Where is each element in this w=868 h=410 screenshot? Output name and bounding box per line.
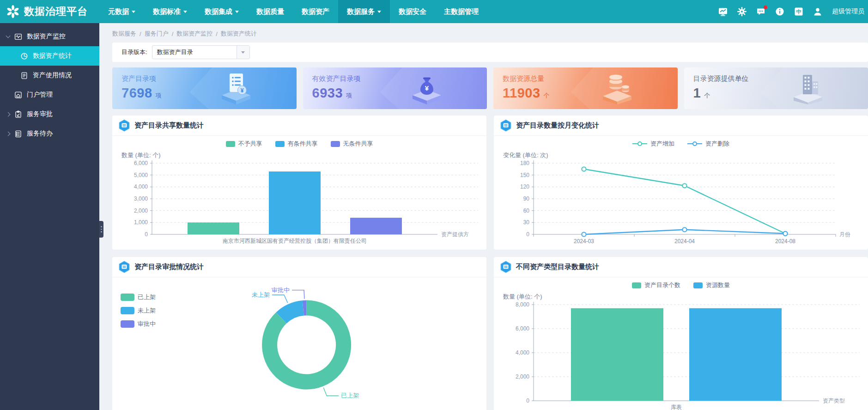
svg-text:南京市河西新城区国有资产经营控股（集团）有限责任公司: 南京市河西新城区国有资产经营控股（集团）有限责任公司 <box>223 238 367 244</box>
stat-card-value: 1 <box>693 86 701 100</box>
stat-card-title: 目录资源提供单位 <box>693 74 859 83</box>
breadcrumb-item[interactable]: 服务门户 <box>145 30 169 38</box>
svg-text:2024-03: 2024-03 <box>574 238 594 245</box>
nav-item-integration[interactable]: 数据集成 <box>196 0 248 23</box>
hexagon-box-icon <box>500 261 511 273</box>
svg-text:5,000: 5,000 <box>134 172 148 178</box>
svg-text:120: 120 <box>520 184 529 190</box>
svg-text:月份: 月份 <box>839 231 850 238</box>
svg-text:4,000: 4,000 <box>134 184 148 190</box>
chevron-right-icon <box>6 131 11 136</box>
approval-clipboard-icon <box>14 110 22 118</box>
breadcrumb-item[interactable]: 数据服务 <box>112 30 136 38</box>
legend-item[interactable]: 资产增加 <box>632 140 674 148</box>
select-caret-icon <box>237 46 249 59</box>
legend-item[interactable]: 已上架 <box>121 293 156 301</box>
nav-item-masterdata[interactable]: 主数据管理 <box>435 0 487 23</box>
nav-item-assets[interactable]: 数据资产 <box>293 0 338 23</box>
svg-text:30: 30 <box>523 219 530 226</box>
svg-text:2,000: 2,000 <box>516 373 529 380</box>
share-count-bar-chart: 不予共享有条件共享无条件共享数量 (单位: 个)01,0002,0003,000… <box>119 138 480 228</box>
stat-card-provider-units[interactable]: 目录资源提供单位 1个 <box>684 67 868 109</box>
breadcrumb-item[interactable]: 数据资产监控 <box>176 30 212 38</box>
stat-card-unit: 个 <box>544 92 550 99</box>
svg-text:0: 0 <box>526 231 529 238</box>
nav-item-security[interactable]: 数据安全 <box>390 0 435 23</box>
svg-text:审批中: 审批中 <box>272 287 290 294</box>
filter-bar: 目录版本: 数据资产目录 <box>112 43 868 62</box>
sidebar-item-label: 服务待办 <box>27 129 53 138</box>
breadcrumb: 数据服务/ 服务门户/ 数据资产监控/ 数据资产统计 <box>112 30 868 38</box>
legend-item[interactable]: 无条件共享 <box>331 140 373 148</box>
coins-stack-icon <box>596 71 638 104</box>
stat-card-valid-catalog-items[interactable]: 有效资产目录项 6933项 ¥ <box>303 67 487 109</box>
stat-card-title: 有效资产目录项 <box>312 74 478 83</box>
legend-item[interactable]: 审批中 <box>121 320 156 328</box>
stat-card-title: 资产目录项 <box>121 74 287 83</box>
sidebar-item-asset-statistics[interactable]: 数据资产统计 <box>0 46 99 66</box>
sidebar-item-asset-monitor[interactable]: 数据资产监控 <box>0 27 99 46</box>
legend-item[interactable]: 有条件共享 <box>275 140 318 148</box>
legend-item[interactable]: 资源数量 <box>693 281 730 289</box>
stat-card-value: 11903 <box>503 86 540 100</box>
legend-item[interactable]: 未上架 <box>121 306 156 315</box>
nav-item-standards[interactable]: 数据标准 <box>144 0 196 23</box>
legend-item[interactable]: 不予共享 <box>226 140 262 148</box>
svg-text:6,000: 6,000 <box>516 325 529 332</box>
sidebar-menu: 数据资产监控 数据资产统计 资产使用情况 门户管理 服务审批 服务待办 <box>0 23 99 410</box>
catalog-version-select[interactable]: 数据资产目录 <box>152 45 250 59</box>
chevron-spacer <box>6 93 10 97</box>
info-icon[interactable] <box>775 7 784 16</box>
svg-text:未上架: 未上架 <box>252 291 270 298</box>
todo-list-icon <box>14 130 22 138</box>
main-content: 数据服务/ 服务门户/ 数据资产监控/ 数据资产统计 目录版本: 数据资产目录 … <box>99 23 868 410</box>
chart-legend: 不予共享有条件共享无条件共享 <box>119 138 480 150</box>
caret-down-icon <box>235 11 239 15</box>
settings-gear-icon[interactable] <box>737 7 747 16</box>
sidebar-item-asset-usage[interactable]: 资产使用情况 <box>0 66 99 85</box>
caret-down-icon <box>132 11 135 15</box>
svg-text:6,000: 6,000 <box>134 160 148 166</box>
legend-item[interactable]: 资产删除 <box>687 140 729 148</box>
svg-text:¥: ¥ <box>241 87 244 94</box>
svg-text:180: 180 <box>520 160 529 166</box>
stat-card-unit: 项 <box>156 92 162 99</box>
legend-item[interactable]: 资产目录个数 <box>632 281 680 289</box>
stat-card-resource-total[interactable]: 数据资源总量 11903个 <box>493 67 678 109</box>
pie-chart-icon <box>20 52 28 60</box>
breadcrumb-item[interactable]: 数据资产统计 <box>221 30 257 38</box>
nav-item-metadata[interactable]: 元数据 <box>99 0 144 23</box>
nav-item-quality[interactable]: 数据质量 <box>248 0 293 23</box>
current-user-name[interactable]: 超级管理员 <box>832 7 864 16</box>
svg-text:8,000: 8,000 <box>516 301 529 308</box>
sidebar-item-service-todo[interactable]: 服务待办 <box>0 124 99 143</box>
user-icon[interactable] <box>813 7 822 16</box>
donut-legend: 已上架未上架审批中 <box>121 293 156 328</box>
svg-text:3,000: 3,000 <box>134 196 148 202</box>
chart-legend: 资产目录个数资源数量 <box>500 279 862 291</box>
panel-title: 资产目录数量按月变化统计 <box>516 121 599 130</box>
monitor-chart-icon[interactable] <box>718 7 728 16</box>
stat-card-unit: 项 <box>346 92 352 99</box>
stat-card-unit: 个 <box>704 92 710 99</box>
hexagon-box-icon <box>500 119 511 132</box>
bar-chart-svg: 01,0002,0003,0004,0005,0006,000资产提供方南京市河… <box>119 159 480 250</box>
svg-text:资产提供方: 资产提供方 <box>441 231 469 238</box>
sidebar-item-portal-management[interactable]: 门户管理 <box>0 85 99 104</box>
asset-type-bar-chart: 资产目录个数资源数量数量 (单位: 个)02,0004,0006,0008,00… <box>500 279 862 395</box>
svg-text:150: 150 <box>520 172 529 178</box>
svg-text:库表: 库表 <box>671 404 682 410</box>
chevron-down-icon <box>6 34 11 38</box>
sidebar-item-service-approval[interactable]: 服务审批 <box>0 104 99 124</box>
language-zh-icon[interactable]: 中 <box>794 7 803 16</box>
y-axis-label: 数量 (单位: 个) <box>503 293 862 301</box>
nav-item-services[interactable]: 数据服务 <box>338 0 390 23</box>
messages-icon[interactable] <box>756 7 765 16</box>
panel-approval-status: 资产目录审批情况统计 已上架未上架审批中已上架未上架审批中 <box>112 257 486 410</box>
caret-down-icon <box>183 11 187 15</box>
caret-down-icon <box>377 11 381 15</box>
stat-card-catalog-items[interactable]: 资产目录项 7698项 ¥ <box>112 67 297 109</box>
monitor-pulse-icon <box>14 33 22 41</box>
sidebar-resize-handle[interactable] <box>99 221 103 238</box>
y-axis-label: 数量 (单位: 个) <box>121 151 480 159</box>
